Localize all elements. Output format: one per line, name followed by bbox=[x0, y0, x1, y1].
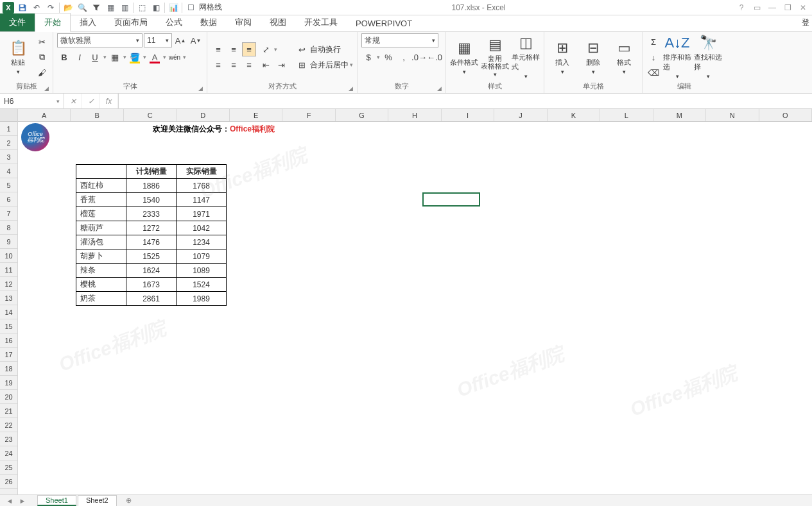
column-header[interactable]: M bbox=[653, 109, 706, 121]
column-header[interactable]: C bbox=[124, 109, 177, 121]
save-icon[interactable] bbox=[17, 2, 28, 13]
merge-center-button[interactable]: ⊞合并后居中▾ bbox=[295, 58, 353, 72]
delete-button[interactable]: ⊟删除▾ bbox=[579, 34, 607, 80]
column-header[interactable]: N bbox=[706, 109, 759, 121]
table-cell[interactable]: 1079 bbox=[177, 249, 227, 264]
column-header[interactable]: B bbox=[71, 109, 123, 121]
ribbon-options-icon[interactable]: ▭ bbox=[750, 2, 763, 13]
row-header[interactable]: 22 bbox=[0, 418, 17, 432]
insert-button[interactable]: ⊞插入▾ bbox=[548, 34, 576, 80]
sheet-nav-next-icon[interactable]: ► bbox=[17, 496, 28, 506]
table-cell[interactable]: 1624 bbox=[126, 264, 177, 278]
row-header[interactable]: 24 bbox=[0, 446, 17, 460]
sheet-tab[interactable]: Sheet1 bbox=[37, 495, 76, 506]
row-header[interactable]: 17 bbox=[0, 348, 17, 362]
bold-button[interactable]: B bbox=[57, 50, 71, 64]
tool1-icon[interactable]: ⬚ bbox=[136, 2, 148, 13]
table-cell[interactable]: 榴莲 bbox=[76, 207, 126, 221]
row-header[interactable]: 19 bbox=[0, 376, 17, 390]
fill-icon[interactable]: ↓ bbox=[646, 50, 661, 64]
table-cell[interactable]: 1234 bbox=[177, 235, 227, 249]
table-cell[interactable]: 1886 bbox=[126, 179, 177, 193]
comma-icon[interactable]: , bbox=[397, 50, 411, 64]
row-header[interactable]: 16 bbox=[0, 333, 17, 348]
row-header[interactable]: 2 bbox=[0, 136, 17, 150]
tab-插入[interactable]: 插入 bbox=[71, 13, 105, 31]
column-header[interactable]: K bbox=[548, 109, 600, 121]
tab-开发工具[interactable]: 开发工具 bbox=[295, 13, 347, 31]
row-header[interactable]: 7 bbox=[0, 207, 17, 221]
tab-公式[interactable]: 公式 bbox=[157, 13, 191, 31]
formula-input[interactable] bbox=[119, 94, 812, 108]
row-header[interactable]: 1 bbox=[0, 122, 17, 136]
spreadsheet-grid[interactable]: 1234567891011121314151617181920212223242… bbox=[0, 109, 812, 494]
table-cell[interactable]: 胡萝卜 bbox=[76, 249, 126, 264]
border-button[interactable]: ▦ bbox=[108, 50, 122, 64]
table-cell[interactable]: 1989 bbox=[177, 292, 227, 306]
tab-页面布局[interactable]: 页面布局 bbox=[105, 13, 157, 31]
fx-icon[interactable]: fx bbox=[100, 94, 118, 108]
tab-审阅[interactable]: 审阅 bbox=[226, 13, 261, 31]
sum-icon[interactable]: Σ bbox=[646, 35, 661, 49]
tab-开始[interactable]: 开始 bbox=[35, 13, 71, 32]
table-cell[interactable]: 香蕉 bbox=[76, 193, 126, 207]
conditional-format-button[interactable]: ▦条件格式▾ bbox=[450, 34, 478, 80]
decrease-font-icon[interactable]: A▼ bbox=[189, 33, 203, 47]
cancel-formula-icon[interactable]: ✕ bbox=[64, 94, 82, 108]
find-select-button[interactable]: 🔭查找和选择▾ bbox=[694, 34, 722, 80]
decrease-decimal-icon[interactable]: ←.0 bbox=[428, 50, 442, 64]
open-icon[interactable]: 📂 bbox=[62, 2, 74, 13]
font-size-select[interactable]: 11▾ bbox=[144, 33, 172, 47]
format-painter-icon[interactable]: 🖌 bbox=[35, 65, 49, 80]
percent-icon[interactable]: % bbox=[381, 50, 395, 64]
table-cell[interactable]: 1525 bbox=[126, 249, 177, 264]
cut-icon[interactable]: ✂ bbox=[35, 35, 49, 49]
table-cell[interactable]: 灌汤包 bbox=[76, 235, 126, 249]
column-header[interactable]: O bbox=[759, 109, 812, 121]
row-header[interactable]: 20 bbox=[0, 390, 17, 404]
table-cell[interactable]: 1147 bbox=[177, 193, 227, 207]
table-cell[interactable]: 2333 bbox=[126, 207, 177, 221]
align-right-icon[interactable]: ≡ bbox=[242, 58, 256, 72]
search-icon[interactable]: 🔍 bbox=[76, 2, 88, 13]
column-header[interactable]: D bbox=[177, 109, 229, 121]
table-cell[interactable]: 辣条 bbox=[76, 264, 126, 278]
sign-in-link[interactable]: 登 bbox=[802, 17, 809, 28]
row-header[interactable]: 8 bbox=[0, 221, 17, 235]
row-header[interactable]: 12 bbox=[0, 277, 17, 291]
table-cell[interactable]: 1089 bbox=[177, 264, 227, 278]
new-sheet-icon[interactable]: ⊕ bbox=[123, 496, 135, 506]
redo-icon[interactable]: ↷ bbox=[45, 2, 56, 13]
paste-button[interactable]: 📋 粘贴 ▾ bbox=[4, 34, 32, 80]
row-header[interactable]: 21 bbox=[0, 404, 17, 418]
dialog-launcher-icon[interactable]: ◢ bbox=[437, 85, 442, 92]
phonetic-button[interactable]: wén bbox=[168, 50, 182, 64]
row-header[interactable]: 9 bbox=[0, 235, 17, 249]
pivot-icon[interactable]: ▦ bbox=[105, 2, 116, 13]
orientation-icon[interactable]: ⤢ bbox=[259, 42, 273, 56]
dialog-launcher-icon[interactable]: ◢ bbox=[44, 85, 49, 92]
column-header[interactable]: E bbox=[230, 109, 282, 121]
dialog-launcher-icon[interactable]: ◢ bbox=[198, 85, 203, 92]
enter-formula-icon[interactable]: ✓ bbox=[82, 94, 100, 108]
fill-color-button[interactable]: 🪣 bbox=[128, 50, 142, 64]
align-middle-icon[interactable]: ≡ bbox=[227, 42, 241, 56]
format-button[interactable]: ▭格式▾ bbox=[610, 34, 638, 80]
sort-filter-button[interactable]: A↓Z排序和筛选▾ bbox=[663, 34, 691, 80]
column-header[interactable]: H bbox=[388, 109, 441, 121]
close-icon[interactable]: ✕ bbox=[797, 2, 809, 13]
wrap-text-button[interactable]: ↩自动换行 bbox=[295, 42, 353, 56]
row-header[interactable]: 13 bbox=[0, 291, 17, 305]
column-header[interactable]: A bbox=[18, 109, 71, 121]
row-header[interactable]: 10 bbox=[0, 249, 17, 263]
decrease-indent-icon[interactable]: ⇤ bbox=[259, 58, 273, 72]
table-cell[interactable]: 2861 bbox=[126, 292, 177, 306]
align-top-icon[interactable]: ≡ bbox=[211, 42, 225, 56]
underline-button[interactable]: U bbox=[88, 50, 102, 64]
table-cell[interactable]: 1476 bbox=[126, 235, 177, 249]
column-header[interactable]: G bbox=[336, 109, 388, 121]
tab-文件[interactable]: 文件 bbox=[0, 13, 35, 31]
table-cell[interactable]: 糖葫芦 bbox=[76, 221, 126, 235]
row-header[interactable]: 23 bbox=[0, 432, 17, 446]
table-cell[interactable]: 樱桃 bbox=[76, 278, 126, 292]
